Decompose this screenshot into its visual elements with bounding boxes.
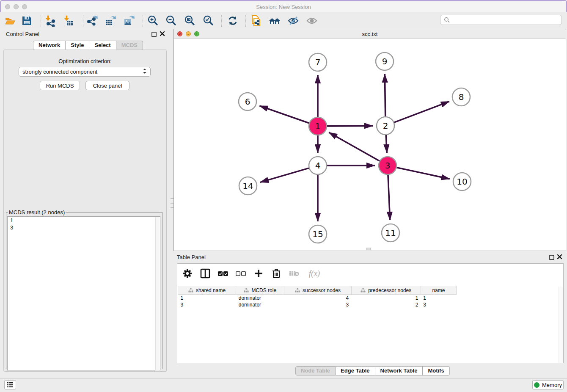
tab-style[interactable]: Style (66, 41, 89, 50)
add-column-icon[interactable] (253, 268, 264, 279)
main-toolbar (0, 12, 567, 29)
mcds-result-line: 1 (8, 217, 160, 224)
node-table-panel: f(x) shared name MCDS role successor nod… (177, 263, 564, 363)
control-panel-float-icon[interactable] (151, 31, 157, 39)
gear-icon[interactable] (182, 268, 193, 279)
graph-edge-2-9[interactable] (385, 74, 385, 116)
network-canvas[interactable]: 7968124314101511 (174, 39, 566, 251)
import-network-icon[interactable] (44, 14, 57, 27)
tab-network[interactable]: Network (33, 41, 66, 50)
select-all-columns-icon[interactable] (217, 268, 229, 279)
graph-node-label: 8 (459, 92, 464, 102)
graph-node-label: 7 (315, 57, 321, 67)
graph-edge-4-14[interactable] (260, 168, 309, 182)
list-icon (7, 382, 14, 388)
optimization-criterion-label: Optimization criterion: (0, 58, 170, 64)
graph-edge-1-6[interactable] (259, 106, 309, 123)
graph-node-label: 15 (312, 229, 323, 239)
toolbar-separator (143, 15, 143, 27)
split-columns-icon[interactable] (199, 268, 211, 279)
toolbar-separator (41, 15, 41, 27)
window-title: Session: New Session (1, 4, 566, 10)
network-title: scc.txt (174, 31, 566, 37)
zoom-selected-icon[interactable] (202, 14, 215, 27)
window-titlebar: Session: New Session (0, 0, 567, 12)
network-resize-handle[interactable] (366, 248, 371, 250)
tab-mcds[interactable]: MCDS (116, 41, 143, 50)
tab-node-table[interactable]: Node Table (295, 366, 336, 375)
delete-table-icon[interactable] (288, 268, 300, 279)
zoom-out-icon[interactable] (165, 14, 177, 27)
search-icon (444, 17, 450, 23)
control-panel-close-icon[interactable] (160, 30, 165, 38)
home-networks-icon[interactable] (268, 14, 281, 27)
graph-edge-3-11[interactable] (388, 175, 390, 220)
export-network-icon[interactable] (86, 14, 99, 27)
export-image-icon[interactable] (123, 14, 135, 27)
table-panel-float-icon[interactable] (549, 254, 554, 262)
open-file-icon[interactable] (3, 14, 16, 27)
mcds-result-title: MCDS result (2 nodes) (8, 209, 66, 215)
graph-node-label: 1 (315, 121, 321, 131)
table-panel-close-icon[interactable] (557, 254, 562, 261)
toolbar-separator (245, 15, 246, 27)
network-window-titlebar[interactable]: × − + scc.txt (174, 29, 566, 39)
column-header[interactable]: successor nodes (284, 286, 351, 295)
control-panel-tabs: Network Style Select MCDS (33, 41, 143, 50)
delete-column-icon[interactable] (270, 268, 282, 279)
graph-edge-2-8[interactable] (394, 102, 449, 123)
show-selected-icon[interactable] (306, 14, 318, 27)
zoom-fit-icon[interactable] (183, 14, 196, 27)
zoom-in-icon[interactable] (146, 14, 159, 27)
save-session-icon[interactable] (20, 14, 33, 27)
column-header[interactable]: predecessor nodes (351, 286, 421, 295)
hierarchy-icon (244, 288, 249, 293)
status-bar (0, 378, 567, 392)
mcds-result-scrollbar[interactable] (155, 217, 160, 370)
copy-network-icon[interactable] (250, 14, 262, 27)
panel-divider-grip[interactable] (171, 198, 173, 208)
memory-button[interactable]: Memory (532, 380, 564, 389)
column-header[interactable]: name (421, 286, 456, 295)
export-table-icon[interactable] (104, 14, 117, 27)
run-mcds-button[interactable]: Run MCDS (40, 81, 80, 90)
close-panel-button[interactable]: Close panel (85, 81, 129, 90)
graph-node-label: 4 (315, 160, 321, 171)
mcds-result-textarea[interactable]: 1 3 (7, 216, 160, 370)
tab-motifs[interactable]: Motifs (423, 366, 449, 375)
hide-selected-icon[interactable] (287, 14, 300, 27)
column-header[interactable]: shared name (178, 286, 236, 295)
mcds-result-line: 3 (8, 224, 160, 231)
table-toolbar: f(x) (182, 266, 323, 281)
table-panel-title: Table Panel (177, 254, 206, 260)
unselect-all-columns-icon[interactable] (235, 268, 247, 279)
graph-node-label: 14 (242, 181, 253, 191)
column-header[interactable]: MCDS role (236, 286, 284, 295)
tab-select[interactable]: Select (89, 41, 116, 50)
refresh-layout-icon[interactable] (226, 14, 239, 27)
tab-edge-table[interactable]: Edge Table (336, 366, 375, 375)
criterion-select[interactable]: strongly connected component (19, 67, 151, 77)
task-history-button[interactable] (4, 380, 16, 389)
graph-edge-2-3[interactable] (386, 135, 387, 153)
search-field[interactable] (450, 17, 561, 23)
search-input[interactable] (440, 15, 562, 25)
graph-edge-3-1[interactable] (329, 133, 380, 161)
criterion-value: strongly connected component (22, 69, 97, 75)
toolbar-separator (83, 15, 83, 27)
graph-edge-1-2[interactable] (327, 126, 373, 126)
table-row[interactable]: 3 dominator 3 2 3 (178, 301, 457, 308)
tab-network-table[interactable]: Network Table (375, 366, 423, 375)
graph-node-label: 2 (383, 121, 388, 131)
graph-node-label: 11 (385, 228, 396, 238)
import-table-icon[interactable] (63, 14, 75, 27)
table-scrollbar[interactable] (559, 287, 563, 363)
control-panel-title: Control Panel (6, 31, 39, 37)
table-row[interactable]: 1 dominator 4 1 1 (178, 295, 457, 302)
graph-node-label: 3 (385, 160, 391, 171)
graph-edge-3-10[interactable] (397, 168, 450, 179)
memory-status-icon (534, 382, 539, 388)
hierarchy-icon (295, 288, 300, 293)
function-builder-icon[interactable]: f(x) (306, 268, 323, 279)
graph-node-label: 10 (457, 177, 467, 187)
